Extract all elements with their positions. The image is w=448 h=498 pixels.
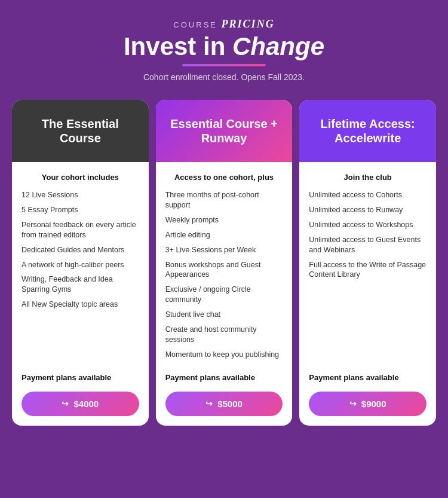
pricing-cards: The Essential CourseYour cohort includes… [12, 100, 436, 425]
price-button-essential-course[interactable]: ↪$4000 [22, 392, 139, 416]
list-item: All New Specialty topic areas [22, 300, 139, 310]
list-item: Weekly prompts [165, 215, 283, 225]
arrow-icon: ↪ [349, 399, 357, 408]
card-header-lifetime-access: Lifetime Access: Accelewrite [299, 100, 436, 162]
price-label: $5000 [217, 399, 243, 409]
section-label-lifetime-access: Join the club [309, 173, 426, 182]
payment-note-essential-course: Payment plans available [22, 373, 139, 382]
list-item: Student live chat [165, 310, 283, 320]
payment-note-essential-plus-runway: Payment plans available [165, 373, 283, 382]
title-underline [182, 64, 266, 66]
arrow-icon: ↪ [62, 399, 69, 408]
list-item: Exclusive / ongoing Circle community [165, 285, 283, 305]
card-body-lifetime-access: Join the clubUnlimited access to Cohorts… [299, 162, 436, 425]
feature-list-essential-plus-runway: Three months of post-cohort supportWeekl… [165, 190, 283, 364]
main-title: Invest in Change [124, 33, 324, 60]
list-item: Create and host community sessions [165, 325, 283, 345]
card-essential-plus-runway: Essential Course + RunwayAccess to one c… [156, 100, 293, 425]
card-essential-course: The Essential CourseYour cohort includes… [12, 100, 149, 425]
list-item: 12 Live Sessions [22, 190, 139, 200]
list-item: Unlimited access to Workshops [309, 220, 426, 230]
list-item: Writing, Feedback and Idea Sparring Gyms [22, 274, 139, 295]
list-item: Momentum to keep you publishing [165, 350, 283, 360]
list-item: Personal feedback on every article from … [22, 220, 139, 240]
list-item: Unlimited access to Cohorts [309, 190, 426, 200]
list-item: Unlimited access to Guest Events and Web… [309, 235, 426, 255]
list-item: Full access to the Write of Passage Cont… [309, 260, 426, 280]
section-label-essential-course: Your cohort includes [22, 173, 139, 182]
card-lifetime-access: Lifetime Access: AccelewriteJoin the clu… [299, 100, 436, 425]
list-item: Unlimited access to Runway [309, 205, 426, 215]
subtitle: Cohort enrollment closed. Opens Fall 202… [124, 72, 324, 82]
list-item: Bonus workshops and Guest Appearances [165, 260, 283, 280]
price-button-essential-plus-runway[interactable]: ↪$5000 [165, 392, 283, 416]
feature-list-lifetime-access: Unlimited access to CohortsUnlimited acc… [309, 190, 426, 364]
list-item: Dedicated Guides and Mentors [22, 245, 139, 255]
list-item: Article editing [165, 230, 283, 240]
section-label-essential-plus-runway: Access to one cohort, plus [165, 173, 283, 182]
list-item: A network of high-caliber peers [22, 260, 139, 270]
list-item: 5 Essay Prompts [22, 205, 139, 215]
course-label: COURSE PRICING [124, 18, 324, 30]
card-body-essential-plus-runway: Access to one cohort, plusThree months o… [156, 162, 293, 425]
card-header-essential-course: The Essential Course [12, 100, 149, 162]
price-label: $9000 [361, 399, 386, 409]
payment-note-lifetime-access: Payment plans available [309, 373, 426, 382]
list-item: 3+ Live Sessions per Week [165, 245, 283, 255]
card-header-essential-plus-runway: Essential Course + Runway [156, 100, 293, 162]
card-body-essential-course: Your cohort includes12 Live Sessions5 Es… [12, 162, 149, 425]
list-item: Three months of post-cohort support [165, 190, 283, 210]
page-header: COURSE PRICING Invest in Change Cohort e… [124, 18, 324, 82]
arrow-icon: ↪ [205, 399, 213, 408]
feature-list-essential-course: 12 Live Sessions5 Essay PromptsPersonal … [22, 190, 139, 364]
price-button-lifetime-access[interactable]: ↪$9000 [309, 392, 426, 416]
price-label: $4000 [73, 399, 99, 409]
